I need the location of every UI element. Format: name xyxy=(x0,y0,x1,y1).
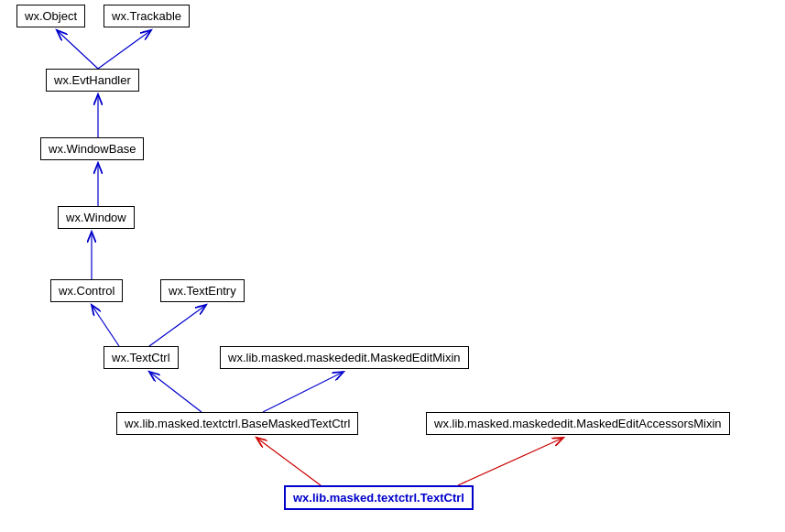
node-base-masked-textctrl: wx.lib.masked.textctrl.BaseMaskedTextCtr… xyxy=(116,412,358,435)
node-wx-textentry: wx.TextEntry xyxy=(160,279,245,302)
node-wx-windowbase: wx.WindowBase xyxy=(40,137,144,160)
node-masked-editmixin: wx.lib.masked.maskededit.MaskedEditMixin xyxy=(220,346,469,369)
node-main: wx.lib.masked.textctrl.TextCtrl xyxy=(284,485,474,510)
node-wx-trackable: wx.Trackable xyxy=(104,5,190,27)
svg-line-10 xyxy=(256,438,321,485)
class-diagram: wx.Object wx.Trackable wx.EvtHandler wx.… xyxy=(0,0,785,532)
svg-line-9 xyxy=(263,372,343,412)
node-masked-editaccessorsmixin: wx.lib.masked.maskededit.MaskedEditAcces… xyxy=(426,412,730,435)
svg-line-6 xyxy=(92,305,119,346)
svg-line-8 xyxy=(149,372,202,412)
node-wx-object: wx.Object xyxy=(16,5,85,27)
svg-line-1 xyxy=(57,30,98,69)
node-wx-evthandler: wx.EvtHandler xyxy=(46,69,139,92)
svg-line-2 xyxy=(98,30,151,69)
node-wx-window: wx.Window xyxy=(58,206,135,229)
svg-line-11 xyxy=(458,438,563,485)
svg-line-7 xyxy=(149,305,206,346)
node-wx-textctrl: wx.TextCtrl xyxy=(104,346,179,369)
node-wx-control: wx.Control xyxy=(50,279,123,302)
